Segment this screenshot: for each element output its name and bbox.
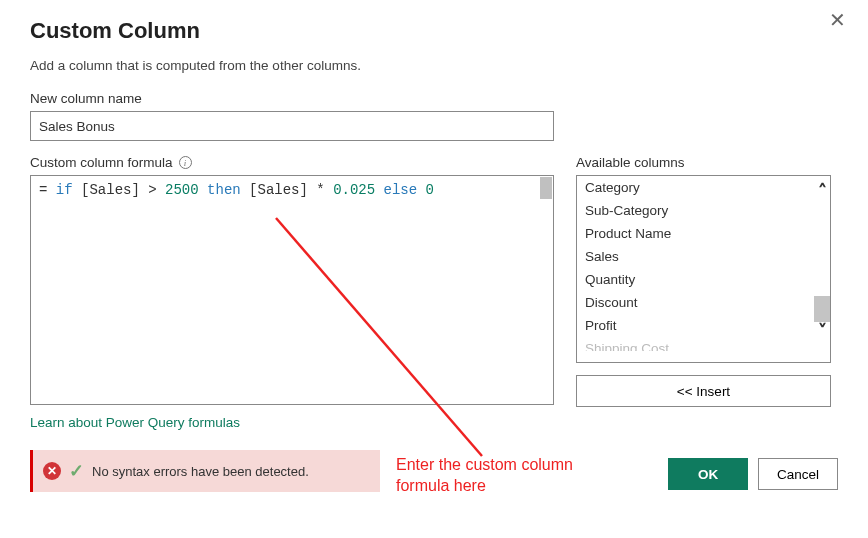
- list-item[interactable]: Category: [577, 176, 830, 199]
- formula-textarea[interactable]: = if [Sales] > 2500 then [Sales] * 0.025…: [30, 175, 554, 405]
- scrollbar-thumb[interactable]: [814, 296, 830, 322]
- insert-button[interactable]: << Insert: [576, 375, 831, 407]
- column-name-input[interactable]: [30, 111, 554, 141]
- formula-prefix: =: [39, 182, 47, 198]
- formula-token: then: [207, 182, 241, 198]
- list-item[interactable]: Sub-Category: [577, 199, 830, 222]
- formula-label: Custom column formula i: [30, 155, 554, 170]
- status-bar: ✕ ✓ No syntax errors have been detected.: [30, 450, 380, 492]
- list-item[interactable]: Profit: [577, 314, 830, 337]
- available-columns-label: Available columns: [576, 155, 831, 170]
- formula-token: *: [316, 182, 324, 198]
- info-icon[interactable]: i: [179, 156, 192, 169]
- status-text: No syntax errors have been detected.: [92, 464, 309, 479]
- formula-label-text: Custom column formula: [30, 155, 173, 170]
- formula-token: 2500: [165, 182, 199, 198]
- cancel-button[interactable]: Cancel: [758, 458, 838, 490]
- ok-button[interactable]: OK: [668, 458, 748, 490]
- error-icon: ✕: [43, 462, 61, 480]
- formula-token: [Sales]: [81, 182, 140, 198]
- list-item[interactable]: Quantity: [577, 268, 830, 291]
- learn-link[interactable]: Learn about Power Query formulas: [30, 415, 240, 430]
- formula-token: else: [384, 182, 418, 198]
- column-name-label: New column name: [30, 91, 838, 106]
- list-item[interactable]: Product Name: [577, 222, 830, 245]
- formula-token: 0: [426, 182, 434, 198]
- chevron-down-icon[interactable]: ˅: [818, 322, 827, 340]
- dialog-subtitle: Add a column that is computed from the o…: [30, 58, 838, 73]
- scrollbar-thumb[interactable]: [540, 177, 552, 199]
- formula-token: [Sales]: [249, 182, 308, 198]
- check-icon: ✓: [69, 460, 84, 482]
- list-item[interactable]: Discount: [577, 291, 830, 314]
- dialog-footer: OK Cancel: [668, 458, 838, 490]
- chevron-up-icon[interactable]: ˄: [818, 182, 827, 200]
- close-icon[interactable]: ✕: [829, 8, 846, 32]
- custom-column-dialog: ✕ Custom Column Add a column that is com…: [0, 0, 868, 512]
- dialog-title: Custom Column: [30, 18, 838, 44]
- formula-token: 0.025: [333, 182, 375, 198]
- formula-token: >: [148, 182, 156, 198]
- list-item[interactable]: Shipping Cost: [577, 337, 830, 351]
- available-columns-list[interactable]: Category Sub-Category Product Name Sales…: [576, 175, 831, 363]
- list-item[interactable]: Sales: [577, 245, 830, 268]
- formula-token: if: [56, 182, 73, 198]
